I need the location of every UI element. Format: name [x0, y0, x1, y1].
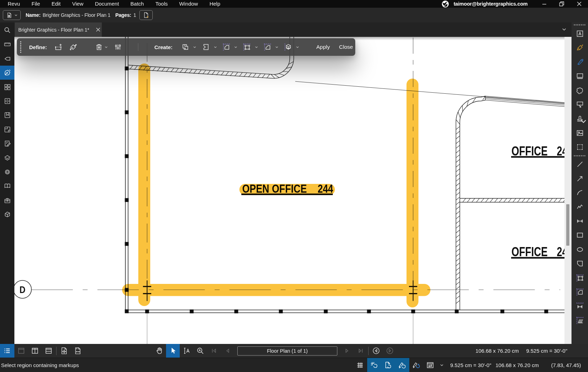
document-tab[interactable]: Brighter Graphics - Floor Plan 1*: [15, 22, 102, 37]
fit-width-button[interactable]: [71, 344, 85, 358]
chevron-down-icon[interactable]: [254, 45, 259, 49]
stamp-icon[interactable]: [572, 112, 588, 126]
snap-markup-button[interactable]: [395, 358, 409, 372]
create-sketch-rect-icon[interactable]: [242, 42, 252, 52]
nav-prev-button[interactable]: [221, 344, 234, 358]
chevron-down-icon[interactable]: [192, 45, 197, 49]
swap-tool-button[interactable]: [423, 358, 437, 372]
pane-split-h-button[interactable]: [42, 344, 55, 358]
account-email[interactable]: taimoor@brightergraphics.com: [454, 1, 528, 7]
menu-file[interactable]: File: [26, 0, 46, 8]
chevron-down-icon[interactable]: [104, 45, 109, 49]
create-sketch-cube-icon[interactable]: [283, 42, 293, 52]
view-next-button[interactable]: [383, 344, 397, 358]
arrow-icon[interactable]: [572, 172, 588, 186]
close-button[interactable]: [570, 0, 588, 8]
dimension-icon[interactable]: [572, 214, 588, 228]
pane-single-button[interactable]: [14, 344, 28, 358]
menu-batch[interactable]: Batch: [125, 0, 150, 8]
toolbar-drag-handle[interactable]: [20, 41, 21, 53]
spaces-icon[interactable]: [0, 122, 14, 137]
pane-split-v-button[interactable]: [28, 344, 42, 358]
create-sketch-polygon-icon[interactable]: [221, 42, 232, 52]
restore-button[interactable]: [553, 0, 570, 8]
snapshot-icon[interactable]: [572, 140, 588, 154]
flag-tag-icon[interactable]: [0, 52, 14, 66]
ellipse-icon[interactable]: [572, 243, 588, 257]
callout-icon[interactable]: [572, 98, 588, 112]
bookmarks-icon[interactable]: [0, 108, 14, 122]
chevron-down-icon[interactable]: [295, 45, 300, 49]
polyline-icon[interactable]: [572, 200, 588, 214]
markup-highlights[interactable]: [122, 64, 430, 307]
tool-chest-icon[interactable]: [0, 193, 14, 207]
search-icon[interactable]: [0, 23, 14, 37]
reuse-tool-button[interactable]: [409, 358, 423, 372]
trash-icon[interactable]: [94, 42, 104, 52]
menu-view[interactable]: View: [66, 0, 89, 8]
chevron-down-icon[interactable]: [437, 358, 447, 372]
insert-pages-button[interactable]: [139, 10, 153, 20]
markups-panel-button[interactable]: [0, 344, 14, 358]
rectangle-icon[interactable]: [572, 228, 588, 242]
apply-paint-icon[interactable]: [68, 42, 78, 52]
menu-help[interactable]: Help: [204, 0, 226, 8]
file-access-icon[interactable]: [0, 94, 14, 108]
pen-tool-icon[interactable]: [0, 66, 14, 80]
nav-first-button[interactable]: [207, 344, 221, 358]
snap-grid-button[interactable]: [367, 358, 381, 372]
sketch-polygon-icon[interactable]: [572, 285, 588, 299]
tab-close-icon[interactable]: [95, 27, 101, 33]
squiggly-icon[interactable]: [572, 69, 588, 83]
create-sketch-diag-icon[interactable]: [262, 42, 273, 52]
text-box-icon[interactable]: [572, 27, 588, 41]
measure-hatch-icon[interactable]: [572, 313, 588, 327]
nav-next-button[interactable]: [340, 344, 354, 358]
pan-hand-button[interactable]: [152, 344, 166, 358]
properties-gear-icon[interactable]: [0, 165, 14, 179]
snap-content-button[interactable]: [381, 358, 395, 372]
document-canvas[interactable]: D: [14, 37, 564, 344]
chevron-down-icon[interactable]: [213, 45, 218, 49]
region-add-icon[interactable]: [53, 42, 64, 52]
close-markup-button[interactable]: Close: [339, 44, 353, 50]
document-selector-button[interactable]: [3, 10, 21, 20]
apply-button[interactable]: Apply: [316, 44, 330, 50]
measure-ruler-icon[interactable]: [0, 37, 14, 51]
view-prev-button[interactable]: [369, 344, 383, 358]
chevron-down-icon[interactable]: [233, 45, 238, 49]
measure-length-icon[interactable]: [572, 299, 588, 313]
sets-icon[interactable]: [0, 179, 14, 193]
layers-icon[interactable]: [0, 151, 14, 165]
create-polygon-icon[interactable]: [200, 42, 211, 52]
image-icon[interactable]: [572, 126, 588, 140]
page-navigation-field[interactable]: Floor Plan (1 of 1): [237, 346, 337, 356]
scrollbar-thumb[interactable]: [566, 204, 569, 246]
menu-edit[interactable]: Edit: [46, 0, 66, 8]
minimize-button[interactable]: [535, 0, 553, 8]
select-text-button[interactable]: [180, 344, 193, 358]
thumbnails-grid-icon[interactable]: [0, 80, 14, 94]
3d-model-icon[interactable]: [0, 207, 14, 221]
arc-icon[interactable]: [572, 186, 588, 200]
line-icon[interactable]: [572, 157, 588, 171]
menu-window[interactable]: Window: [173, 0, 204, 8]
pen-icon[interactable]: [572, 55, 588, 69]
polygon-icon[interactable]: [572, 257, 588, 271]
menu-tools[interactable]: Tools: [150, 0, 173, 8]
zoom-button[interactable]: [193, 344, 207, 358]
highlighter-icon[interactable]: [572, 41, 588, 55]
toolbar-drag-handle[interactable]: [574, 24, 586, 26]
vertical-scrollbar[interactable]: [564, 37, 572, 344]
create-space-icon[interactable]: [180, 42, 191, 52]
cloud-icon[interactable]: [572, 84, 588, 98]
menu-revu[interactable]: Revu: [0, 0, 26, 8]
menu-document[interactable]: Document: [89, 0, 125, 8]
nav-last-button[interactable]: [354, 344, 368, 358]
grid-button[interactable]: [353, 358, 367, 372]
sketch-rectangle-icon[interactable]: [572, 271, 588, 285]
markups-list-icon[interactable]: [0, 137, 14, 151]
chevron-down-icon[interactable]: [275, 45, 279, 49]
sliders-icon[interactable]: [113, 42, 123, 52]
select-arrow-button[interactable]: [166, 344, 180, 358]
